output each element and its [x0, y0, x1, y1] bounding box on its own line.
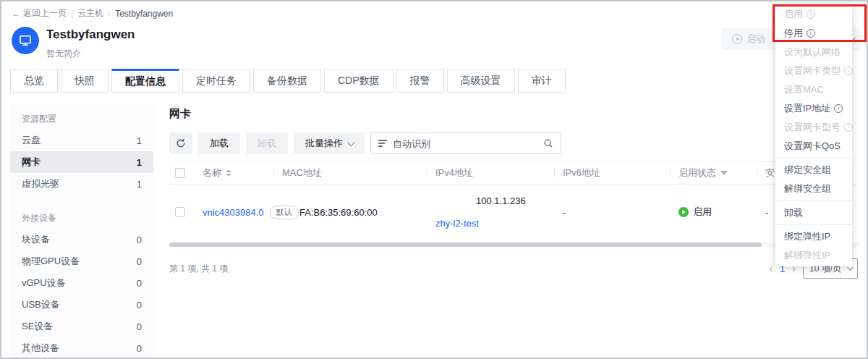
menu-item-label: 设置网卡QoS — [784, 140, 841, 153]
menu-item-设置MAC: 设置MAC — [775, 80, 852, 99]
column-header-IPv6地址: IPv6地址 — [554, 166, 670, 180]
sidebar-item-物理GPU设备[interactable]: 物理GPU设备0 — [10, 250, 153, 272]
start-button[interactable]: 启动 — [722, 28, 775, 50]
menu-item-设为默认网络: 设为默认网络 — [775, 43, 852, 62]
search-input[interactable] — [393, 138, 537, 149]
info-icon: i — [844, 123, 853, 132]
monitor-icon — [18, 33, 33, 48]
start-label: 启动 — [746, 33, 765, 46]
tab-审计[interactable]: 审计 — [518, 69, 566, 93]
column-label: IPv4地址 — [435, 166, 473, 180]
table-header: 名称MAC地址IPv4地址IPv6地址启用状态安全 — [169, 161, 858, 185]
column-header-启用状态[interactable]: 启用状态 — [670, 166, 757, 180]
menu-item-解绑弹性IP: 解绑弹性IP — [775, 246, 852, 265]
sidebar-item-count: 1 — [137, 135, 142, 146]
sidebar-item-网卡[interactable]: 网卡1 — [10, 151, 153, 173]
menu-item-label: 设为默认网络 — [784, 46, 841, 59]
breadcrumb-current: Testbyfangwen — [115, 9, 173, 19]
menu-item-绑定弹性IP[interactable]: 绑定弹性IP — [775, 227, 852, 246]
menu-divider — [775, 224, 852, 225]
menu-item-设置IP地址[interactable]: 设置IP地址i — [775, 99, 852, 118]
info-icon: i — [844, 67, 853, 75]
column-header-名称[interactable]: 名称 — [194, 166, 273, 180]
tab-CDP数据[interactable]: CDP数据 — [324, 69, 393, 93]
menu-item-label: 卸载 — [784, 206, 803, 219]
menu-divider — [775, 158, 852, 159]
menu-item-卸载[interactable]: 卸载 — [775, 203, 852, 222]
mac-value: FA:B6:35:69:60:00 — [299, 207, 378, 218]
menu-item-启用: 启用i — [775, 5, 852, 24]
batch-actions-button[interactable]: 批量操作 — [294, 132, 365, 154]
sidebar-item-count: 0 — [137, 321, 142, 332]
sidebar-item-count: 0 — [137, 343, 142, 354]
tab-定时任务[interactable]: 定时任务 — [182, 69, 250, 93]
sidebar-item-label: 云盘 — [22, 134, 41, 147]
search-icon — [543, 138, 553, 148]
network-link[interactable]: zhy-l2-test — [435, 218, 479, 229]
vm-avatar — [12, 27, 39, 54]
breadcrumb-divider: | — [71, 9, 73, 19]
menu-item-停用[interactable]: 停用i — [775, 24, 852, 43]
section-title: 网卡 — [169, 107, 858, 121]
unload-label: 卸载 — [258, 137, 276, 150]
menu-item-label: 绑定安全组 — [784, 164, 831, 177]
start-icon — [732, 34, 742, 44]
sidebar-item-SE设备[interactable]: SE设备0 — [10, 316, 153, 337]
menu-item-label: 设置MAC — [784, 83, 824, 96]
chevron-down-icon — [347, 138, 355, 146]
sidebar-item-云盘[interactable]: 云盘1 — [10, 130, 153, 151]
filter-lines-icon — [378, 140, 387, 147]
search-box[interactable] — [370, 132, 561, 154]
back-link[interactable]: ← 返回上一页 — [12, 7, 67, 20]
sidebar-item-虚拟光驱[interactable]: 虚拟光驱1 — [10, 173, 153, 195]
pagination: 第 1 项, 共 1 项 ‹ 1 › 10 项/页 — [169, 258, 858, 279]
sidebar-item-label: vGPU设备 — [22, 276, 66, 290]
menu-item-label: 解绑安全组 — [784, 182, 831, 195]
breadcrumb-section[interactable]: 云主机 — [77, 7, 103, 20]
tab-报警[interactable]: 报警 — [396, 69, 444, 93]
pagination-summary: 第 1 项, 共 1 项 — [169, 263, 228, 275]
tab-总览[interactable]: 总览 — [10, 69, 58, 93]
unload-button[interactable]: 卸载 — [246, 132, 288, 154]
sidebar-item-其他设备[interactable]: 其他设备0 — [10, 337, 153, 359]
sidebar-item-count: 1 — [137, 179, 142, 190]
menu-item-设置网卡类型: 设置网卡类型i — [775, 62, 852, 80]
tab-配置信息[interactable]: 配置信息 — [111, 69, 179, 93]
page-subtitle: 暂无简介 — [46, 48, 135, 60]
tab-高级设置[interactable]: 高级设置 — [447, 69, 515, 93]
filter-funnel-icon[interactable] — [720, 171, 728, 175]
prev-page-button[interactable]: ‹ — [769, 263, 773, 274]
nic-name-link[interactable]: vnic4303984.0 — [203, 207, 264, 218]
sidebar-item-count: 0 — [137, 300, 142, 311]
menu-divider — [775, 200, 852, 201]
sort-icon[interactable] — [226, 169, 231, 177]
horizontal-scrollbar[interactable] — [169, 242, 858, 247]
nic-table: 名称MAC地址IPv4地址IPv6地址启用状态安全 vnic4303984.0 … — [169, 161, 858, 247]
menu-item-绑定安全组[interactable]: 绑定安全组 — [775, 161, 852, 180]
select-all-checkbox[interactable] — [175, 168, 185, 178]
menu-item-设置网卡QoS[interactable]: 设置网卡QoS — [775, 137, 852, 156]
status-enabled-icon — [678, 207, 689, 217]
actions-dropdown-menu: 启用i停用i设为默认网络设置网卡类型i设置MAC设置IP地址i设置网卡型号i设置… — [775, 4, 852, 266]
load-button[interactable]: 加载 — [198, 132, 240, 154]
sidebar-item-label: 其他设备 — [22, 342, 59, 355]
column-label: 启用状态 — [678, 166, 716, 180]
tab-bar: 总览快照配置信息定时任务备份数据CDP数据报警高级设置审计 — [1, 69, 867, 93]
load-label: 加载 — [210, 137, 229, 150]
menu-item-设置网卡型号: 设置网卡型号i — [775, 118, 852, 137]
tab-备份数据[interactable]: 备份数据 — [253, 69, 321, 93]
sidebar-item-块设备[interactable]: 块设备0 — [10, 229, 153, 250]
sidebar-item-label: SE设备 — [22, 320, 53, 333]
sidebar-item-vGPU设备[interactable]: vGPU设备0 — [10, 272, 153, 294]
sidebar-item-count: 0 — [137, 235, 142, 245]
sidebar-section-title: 资源配置 — [10, 104, 153, 130]
sidebar-item-USB设备[interactable]: USB设备0 — [10, 294, 153, 316]
menu-item-解绑安全组[interactable]: 解绑安全组 — [775, 180, 852, 198]
refresh-button[interactable] — [169, 132, 192, 154]
tab-快照[interactable]: 快照 — [61, 69, 109, 93]
info-icon: i — [834, 104, 843, 113]
scrollbar-thumb[interactable] — [169, 242, 762, 247]
ipv4-value: 100.1.1.236 — [476, 195, 526, 206]
menu-item-label: 解绑弹性IP — [784, 249, 830, 262]
row-checkbox[interactable] — [175, 207, 185, 217]
